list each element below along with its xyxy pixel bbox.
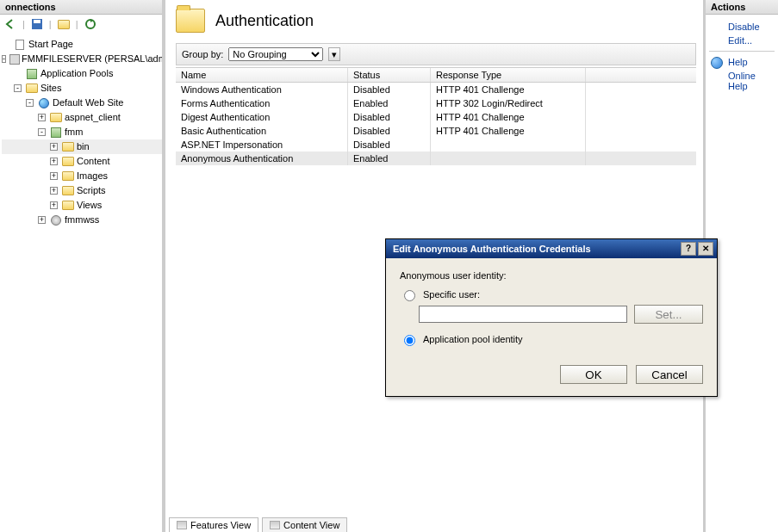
ok-button[interactable]: OK xyxy=(560,365,627,384)
expand-toggle[interactable]: + xyxy=(50,158,58,165)
group-by-extra-dropdown[interactable]: ▾ xyxy=(328,47,340,61)
view-tabs: Features View Content View xyxy=(169,517,347,532)
col-name[interactable]: Name xyxy=(176,68,348,82)
action-link[interactable]: Help xyxy=(709,55,775,69)
table-row[interactable]: Basic AuthenticationDisabledHTTP 401 Cha… xyxy=(176,124,696,138)
action-label: Help xyxy=(728,57,748,67)
tab-content-view[interactable]: Content View xyxy=(262,517,347,532)
tree-item[interactable]: +Images xyxy=(2,169,162,183)
tree-item[interactable]: +Views xyxy=(2,198,162,213)
close-button[interactable]: ✕ xyxy=(698,242,713,256)
tree-item-label: Images xyxy=(77,169,108,183)
cell-spacer xyxy=(586,83,696,96)
expand-toggle[interactable]: - xyxy=(38,128,46,136)
expand-toggle[interactable]: + xyxy=(38,114,46,121)
expand-toggle[interactable]: + xyxy=(50,172,58,180)
tree-item[interactable]: -Sites xyxy=(2,81,162,96)
cancel-button[interactable]: Cancel xyxy=(636,365,703,384)
cell-name: Windows Authentication xyxy=(176,83,348,96)
refresh-icon[interactable] xyxy=(84,17,97,31)
dialog-body: Anonymous user identity: Specific user: … xyxy=(386,258,717,356)
tree-item[interactable]: -fmm xyxy=(2,125,162,139)
tree-item-label: FMMFILESERVER (PERSAL\admin xyxy=(22,52,162,66)
group-by-label: Group by: xyxy=(182,49,223,59)
back-icon[interactable] xyxy=(3,17,17,31)
col-spacer xyxy=(586,68,696,82)
dialog-titlebar[interactable]: Edit Anonymous Authentication Credential… xyxy=(386,239,717,258)
cell-spacer xyxy=(586,152,696,165)
actions-list: DisableEdit...HelpOnline Help xyxy=(706,15,778,98)
server-icon xyxy=(9,53,20,65)
save-icon[interactable] xyxy=(30,17,44,31)
cell-status: Disabled xyxy=(348,83,431,96)
blank-icon xyxy=(711,71,723,83)
cell-spacer xyxy=(586,138,696,152)
specific-user-row: Set... xyxy=(419,305,703,324)
tree-item[interactable]: +aspnet_client xyxy=(2,110,162,125)
expand-toggle[interactable]: - xyxy=(2,55,6,63)
tab-features-view[interactable]: Features View xyxy=(169,517,258,532)
cell-spacer xyxy=(586,110,696,124)
tree-item-label: Default Web Site xyxy=(53,96,123,110)
tree-item[interactable]: -FMMFILESERVER (PERSAL\admin xyxy=(2,52,162,66)
tree-item[interactable]: +fmmwss xyxy=(2,213,162,227)
cell-status: Disabled xyxy=(348,138,431,152)
col-resp[interactable]: Response Type xyxy=(431,68,586,82)
tree-item-label: Content xyxy=(77,154,110,169)
tree-item[interactable]: -Default Web Site xyxy=(2,96,162,110)
help-button[interactable]: ? xyxy=(681,242,696,256)
tree-item[interactable]: +Scripts xyxy=(2,183,162,198)
expand-toggle[interactable]: + xyxy=(50,187,58,195)
table-row[interactable]: Forms AuthenticationEnabledHTTP 302 Logi… xyxy=(176,96,696,110)
col-status[interactable]: Status xyxy=(348,68,431,82)
group-by-bar: Group by: No Grouping ▾ xyxy=(176,43,696,65)
tree-item-label: Sites xyxy=(40,81,61,96)
expand-toggle[interactable]: + xyxy=(50,201,58,209)
action-label: Online Help xyxy=(728,71,756,91)
app-pool-label: Application pool identity xyxy=(423,334,523,344)
cell-resp: HTTP 401 Challenge xyxy=(431,124,586,138)
gear-icon xyxy=(49,214,63,226)
tree-item[interactable]: +Content xyxy=(2,154,162,169)
expand-toggle[interactable]: + xyxy=(38,216,46,224)
table-row[interactable]: Windows AuthenticationDisabledHTTP 401 C… xyxy=(176,83,696,96)
table-row[interactable]: Digest AuthenticationDisabledHTTP 401 Ch… xyxy=(176,110,696,124)
cell-status: Enabled xyxy=(348,152,431,165)
tree-item[interactable]: Application Pools xyxy=(2,66,162,81)
toolbar-separator: | xyxy=(49,19,52,29)
cell-status: Disabled xyxy=(348,124,431,138)
connections-panel: onnections | | | Start Page-FMMFILESERVE… xyxy=(0,0,165,532)
tree-item[interactable]: Start Page xyxy=(2,37,162,52)
folder-icon xyxy=(61,200,75,212)
app-pool-radio[interactable] xyxy=(404,335,415,346)
expand-toggle[interactable]: - xyxy=(26,99,34,107)
table-row[interactable]: Anonymous AuthenticationEnabled xyxy=(176,152,696,165)
folder-new-icon[interactable] xyxy=(57,17,71,31)
expand-toggle[interactable]: + xyxy=(50,143,58,151)
specific-user-radio[interactable] xyxy=(404,290,415,301)
grid-header[interactable]: Name Status Response Type xyxy=(176,67,696,83)
actions-title: Actions xyxy=(706,0,778,15)
tab-content-label: Content View xyxy=(283,520,339,530)
app-pool-option[interactable]: Application pool identity xyxy=(400,332,703,346)
action-link[interactable]: Edit... xyxy=(709,34,775,47)
app-icon xyxy=(49,127,63,139)
folder-icon xyxy=(61,156,75,168)
toolbar-separator: | xyxy=(22,19,25,29)
auth-grid: Name Status Response Type Windows Authen… xyxy=(176,67,696,165)
group-by-select[interactable]: No Grouping xyxy=(228,47,323,61)
connections-tree[interactable]: Start Page-FMMFILESERVER (PERSAL\adminAp… xyxy=(0,34,162,227)
cell-resp xyxy=(431,152,586,165)
action-link[interactable]: Disable xyxy=(709,20,775,34)
action-link[interactable]: Online Help xyxy=(709,69,775,93)
blank-icon xyxy=(711,22,723,34)
cell-resp: HTTP 401 Challenge xyxy=(431,83,586,96)
identity-group-label: Anonymous user identity: xyxy=(400,270,703,281)
expand-toggle[interactable]: - xyxy=(14,84,22,92)
tree-item[interactable]: +bin xyxy=(2,139,162,154)
table-row[interactable]: ASP.NET ImpersonationDisabled xyxy=(176,138,696,152)
cell-name: ASP.NET Impersonation xyxy=(176,138,348,152)
specific-user-option[interactable]: Specific user: xyxy=(400,288,703,301)
features-icon xyxy=(177,521,187,529)
action-label: Edit... xyxy=(728,35,752,46)
